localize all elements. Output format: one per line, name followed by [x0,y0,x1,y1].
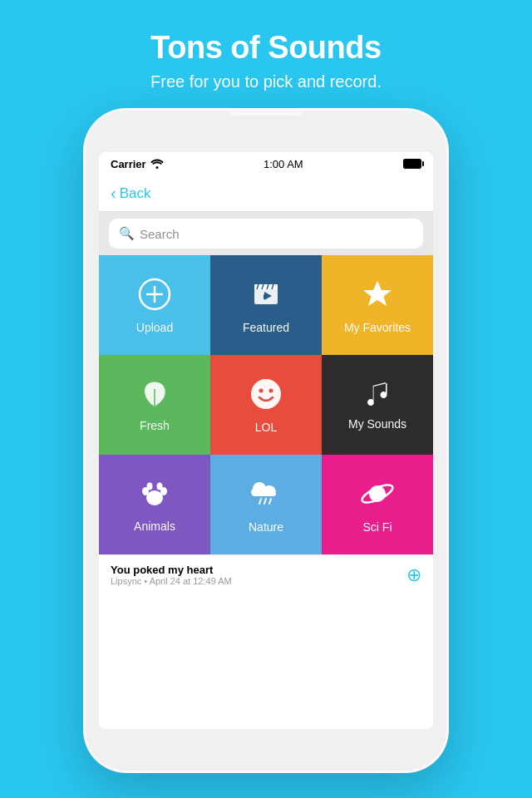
upload-label: Upload [136,321,173,334]
svg-marker-12 [363,281,392,306]
battery-icon [403,159,421,169]
animals-label: Animals [134,520,175,533]
grid-item-scifi[interactable]: Sci Fi [322,455,433,554]
mysounds-label: My Sounds [348,417,406,431]
music-note-icon [362,379,392,409]
sound-grid: Upload F [99,255,433,554]
search-icon: 🔍 [119,226,135,241]
wifi-icon [150,159,164,169]
grid-item-mysounds[interactable]: My Sounds [322,355,433,455]
svg-point-15 [269,389,273,393]
paw-icon [137,476,172,511]
fresh-label: Fresh [140,419,170,432]
phone-frame: Carrier 1:00 AM [83,108,449,773]
nature-label: Nature [249,520,283,534]
bottom-bar[interactable]: You poked my heart Lipsync • April 24 at… [99,554,433,594]
screen: Carrier 1:00 AM [99,152,433,729]
grid-item-animals[interactable]: Animals [99,455,210,554]
status-bar: Carrier 1:00 AM [99,152,433,175]
featured-label: Featured [243,321,289,334]
star-icon [359,276,396,313]
nav-bar: ‹ Back [99,175,433,212]
phone-wrapper: Carrier 1:00 AM [83,108,449,773]
grid-item-lol[interactable]: LOL [210,355,322,455]
header-subtitle: Free for you to pick and record. [0,72,532,91]
status-time: 1:00 AM [264,158,303,170]
svg-point-14 [259,389,264,393]
svg-line-23 [269,499,271,504]
back-button[interactable]: ‹ Back [111,184,150,203]
favorites-label: My Favorites [344,321,411,334]
svg-point-20 [157,483,163,490]
header-title: Tons of Sounds [0,30,532,66]
svg-point-16 [146,490,163,505]
bottom-bar-title: You poked my heart [111,564,232,576]
svg-point-19 [147,483,153,490]
svg-line-22 [264,499,266,504]
search-bar-wrapper: 🔍 Search [99,212,433,255]
grid-item-featured[interactable]: Featured [210,255,322,355]
header-section: Tons of Sounds Free for you to pick and … [0,0,532,91]
carrier-label: Carrier [111,158,164,170]
back-label: Back [120,185,151,202]
svg-point-13 [251,379,281,409]
add-circle-icon[interactable]: ⊕ [406,564,421,586]
search-bar[interactable]: 🔍 Search [109,219,423,249]
lol-label: LOL [255,421,277,434]
scifi-label: Sci Fi [363,520,392,534]
grid-item-nature[interactable]: Nature [210,455,322,554]
grid-item-fresh[interactable]: Fresh [99,355,210,455]
grid-item-upload[interactable]: Upload [99,255,210,355]
grid-item-favorites[interactable]: My Favorites [322,255,433,355]
planet-icon [359,475,396,512]
svg-point-0 [155,166,158,169]
bottom-bar-text: You poked my heart Lipsync • April 24 at… [111,564,232,586]
back-chevron-icon: ‹ [111,184,116,203]
background: Tons of Sounds Free for you to pick and … [0,0,532,798]
svg-line-21 [259,499,261,504]
plus-circle-icon [136,276,173,313]
leaf-icon [138,377,171,411]
clapperboard-icon [248,276,284,313]
bottom-bar-subtitle: Lipsync • April 24 at 12:49 AM [111,576,232,586]
cloud-rain-icon [248,475,284,512]
search-placeholder: Search [140,227,180,241]
smiley-icon [248,376,284,412]
battery-indicator [403,159,421,169]
